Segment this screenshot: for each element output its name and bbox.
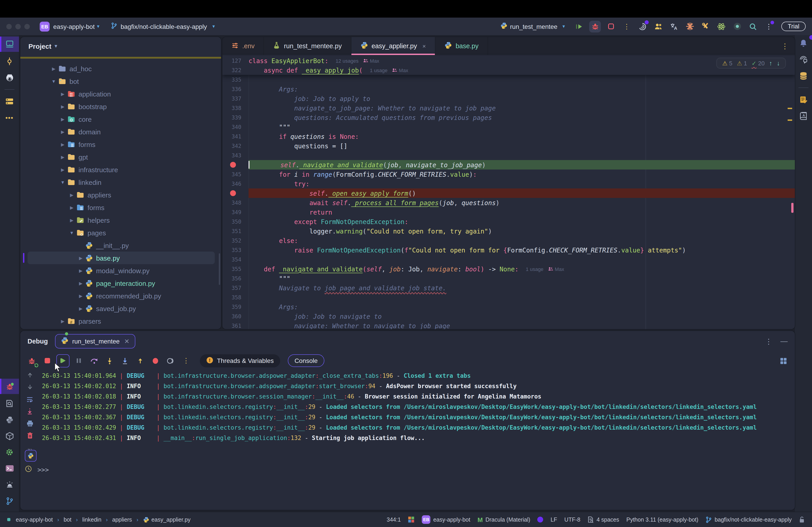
project-scrollbar[interactable] — [219, 253, 220, 285]
chevron-down-icon[interactable]: ▼ — [50, 79, 57, 84]
grid-colors-icon[interactable] — [408, 516, 415, 523]
code-line-355[interactable]: 355 def _navigate_and_validate(self, job… — [222, 264, 795, 274]
caret-position[interactable]: 344:1 — [387, 516, 401, 523]
python-packages-icon[interactable] — [0, 429, 19, 443]
tab-easy-applier-py[interactable]: easy_applier.py× — [351, 37, 435, 55]
search-icon[interactable] — [747, 20, 759, 32]
force-step-into-icon[interactable] — [119, 355, 131, 367]
soft-wrap-icon[interactable] — [27, 396, 33, 404]
encoding-widget[interactable]: UTF-8 — [564, 516, 580, 523]
chevron-right-icon[interactable]: ▶ — [59, 129, 66, 134]
usage-hint[interactable]: 1 usage Max — [526, 266, 564, 272]
code-line-343[interactable]: 343 — [222, 151, 795, 160]
code-line-347[interactable]: self._open_easy_apply_form() — [222, 189, 795, 198]
atom-icon[interactable] — [716, 20, 727, 32]
tree-item-core[interactable]: ▶core — [20, 113, 221, 125]
breadcrumb-item[interactable]: easy_applier.py — [143, 516, 191, 523]
breakpoint-icon[interactable] — [230, 190, 236, 196]
chevron-right-icon[interactable]: ▶ — [59, 91, 66, 96]
theme-widget[interactable]: MDracula (Material) — [478, 516, 530, 523]
chevron-down-icon[interactable]: ▼ — [68, 230, 75, 235]
ai-chat-icon[interactable] — [794, 53, 812, 66]
code-line-349[interactable]: 349 return — [222, 207, 795, 217]
stripe-caret-mark[interactable] — [791, 203, 794, 213]
code-line-345[interactable]: 345 for i in range(FormConfig.CHECK_FORM… — [222, 169, 795, 179]
play-icon[interactable] — [574, 20, 585, 32]
python-console-icon[interactable] — [0, 413, 19, 426]
tree-item-saved-job-py[interactable]: ▶saved_job.py — [20, 302, 221, 315]
tree-item-domain[interactable]: ▶domain — [20, 125, 221, 138]
interpreter-widget[interactable]: Python 3.11 (easy-apply-bot) — [626, 516, 698, 523]
step-over-icon[interactable] — [88, 355, 100, 367]
tree-item-linkedin[interactable]: ▼linkedin — [20, 176, 221, 189]
indent-widget[interactable]: 4 spaces — [588, 516, 619, 523]
tab--env[interactable]: .env — [222, 37, 264, 55]
usage-hint[interactable]: 12 usages Max — [336, 58, 379, 63]
window-minimize-button[interactable] — [15, 24, 21, 29]
tab-base-py[interactable]: base.py — [435, 37, 488, 55]
next-problem-button[interactable]: ↓ — [777, 60, 780, 67]
tab-run-test-mentee-py[interactable]: run_test_mentee.py — [264, 37, 351, 55]
stop-icon[interactable] — [605, 20, 617, 32]
project-panel-header[interactable]: Project ▾ — [20, 37, 221, 55]
code-line-357[interactable]: 357 Navigate to job page and validate jo… — [222, 283, 795, 292]
code-line-354[interactable]: 354 — [222, 255, 795, 264]
view-breakpoints-icon[interactable] — [165, 355, 177, 367]
find-icon[interactable] — [0, 397, 19, 410]
code-line-360[interactable]: 360 job: Job to navigate to — [222, 312, 795, 321]
pause-icon[interactable] — [73, 355, 85, 367]
lock-icon[interactable] — [799, 516, 805, 523]
code-line-341[interactable]: 341 if questions is None: — [222, 132, 795, 141]
tools-icon[interactable] — [700, 20, 712, 32]
commit-icon[interactable] — [0, 55, 19, 68]
chevron-right-icon[interactable]: ▶ — [77, 255, 84, 260]
tree-item-ad-hoc[interactable]: ▶ad_hoc — [20, 62, 221, 75]
kebab-icon[interactable]: ⋮ — [765, 337, 772, 346]
code-line-352[interactable]: 352 else: — [222, 236, 795, 245]
breadcrumb-item[interactable]: appliers — [112, 516, 132, 523]
tree-item-bootstrap[interactable]: ▶bootstrap — [20, 100, 221, 113]
code-line-351[interactable]: 351 logger.warning("Could not open form,… — [222, 226, 795, 236]
code-line-322[interactable]: 322 async def _easy_apply_job(1 usage Ma… — [222, 65, 795, 75]
chevron-right-icon[interactable]: ▶ — [59, 154, 66, 160]
database-icon[interactable] — [794, 69, 812, 82]
close-icon[interactable]: × — [422, 43, 426, 49]
layout-icon[interactable] — [777, 355, 789, 367]
todo-icon[interactable] — [794, 93, 812, 106]
screen-record-icon[interactable] — [731, 20, 743, 32]
breadcrumb-item[interactable]: linkedin — [82, 516, 102, 523]
chevron-right-icon[interactable]: ▶ — [68, 192, 75, 197]
chevron-right-icon[interactable]: ▶ — [59, 142, 66, 147]
chevron-right-icon[interactable]: ▶ — [77, 268, 84, 273]
github-icon[interactable] — [0, 71, 19, 84]
debug-tool-icon[interactable] — [0, 379, 19, 394]
users-icon[interactable] — [653, 20, 664, 32]
chevron-down-icon[interactable]: ▼ — [59, 180, 66, 185]
stripe-change-mark[interactable] — [788, 108, 792, 109]
step-out-icon[interactable] — [134, 355, 146, 367]
code-area[interactable]: 335336 Args:337 job: Job to apply to338 … — [222, 75, 795, 329]
print-icon[interactable] — [26, 420, 33, 428]
chevron-right-icon[interactable]: ▶ — [68, 217, 75, 223]
code-line-361[interactable]: 361 navigate: Whether to navigate to job… — [222, 321, 795, 329]
kebab-icon[interactable]: ⋮ — [180, 355, 192, 367]
code-line-342[interactable]: 342 questions = [] — [222, 141, 795, 151]
git-branch-icon[interactable] — [0, 494, 19, 508]
chevron-right-icon[interactable]: ▶ — [59, 117, 66, 121]
breadcrumb-item[interactable]: easy-apply-bot — [16, 516, 53, 523]
breakpoint-icon[interactable] — [230, 162, 236, 168]
tree-item-pages[interactable]: ▼pages — [20, 226, 221, 239]
dictionary-icon[interactable]: A — [794, 109, 812, 123]
code-line-346[interactable]: 346 try: — [222, 179, 795, 189]
tree-item-helpers[interactable]: ▶helpers — [20, 214, 221, 226]
history-clock-icon[interactable] — [25, 465, 32, 474]
project-tool-icon[interactable] — [0, 36, 19, 52]
kebab-icon[interactable]: ⋮ — [781, 37, 795, 55]
console-output[interactable]: 26-03-13 15:40:01.964 | DEBUG| bot.infra… — [42, 371, 792, 443]
debug-session-tab[interactable]: run_test_mentee ✕ — [55, 334, 135, 348]
stop-square-icon[interactable] — [41, 355, 53, 367]
notifications-bell-icon[interactable] — [794, 36, 812, 50]
tree-item-appliers[interactable]: ▶appliers — [20, 189, 221, 201]
structure-icon[interactable] — [0, 95, 19, 108]
chevron-right-icon[interactable]: ▶ — [59, 167, 66, 172]
